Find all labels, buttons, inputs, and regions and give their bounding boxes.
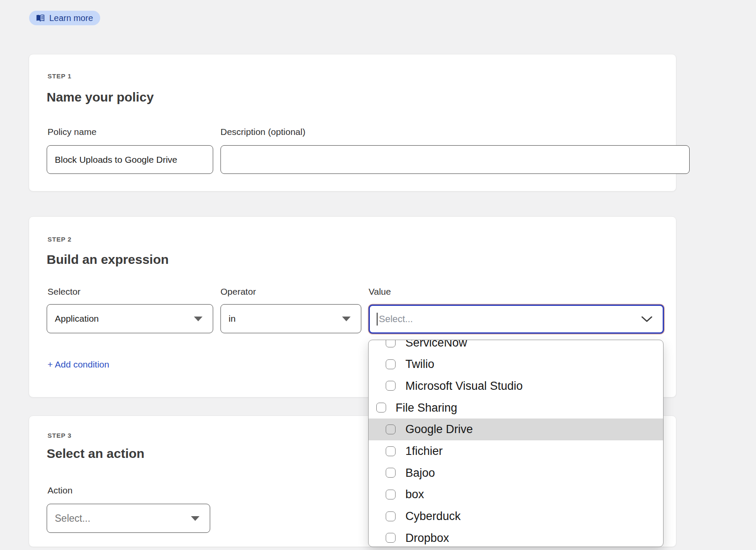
dropdown-option-label: Bajoo xyxy=(405,467,435,479)
policy-name-label: Policy name xyxy=(48,127,96,136)
chevron-down-icon xyxy=(342,317,351,321)
chevron-down-icon xyxy=(194,317,202,321)
checkbox-icon[interactable] xyxy=(386,533,396,543)
step3-title: Select an action xyxy=(47,447,144,460)
action-label: Action xyxy=(48,486,72,495)
value-dropdown-menu: ServiceNowTwilioMicrosoft Visual StudioF… xyxy=(368,340,664,547)
operator-selected-value: in xyxy=(229,314,235,324)
dropdown-option-cyberduck[interactable]: Cyberduck xyxy=(369,505,663,527)
chevron-down-icon xyxy=(191,516,199,521)
selector-selected-value: Application xyxy=(55,314,99,324)
operator-select[interactable]: in xyxy=(220,304,361,333)
dropdown-option-bajoo[interactable]: Bajoo xyxy=(369,462,663,484)
chevron-down-icon xyxy=(641,316,652,324)
learn-more-button[interactable]: Learn more xyxy=(29,11,100,25)
checkbox-icon[interactable] xyxy=(386,359,396,369)
checkbox-icon[interactable] xyxy=(386,468,396,478)
learn-more-label: Learn more xyxy=(49,13,93,23)
dropdown-option-box[interactable]: box xyxy=(369,484,663,505)
dropdown-option-1fichier[interactable]: 1fichier xyxy=(369,440,663,462)
step1-title: Name your policy xyxy=(47,91,154,104)
step1-label: STEP 1 xyxy=(48,73,71,79)
checkbox-icon[interactable] xyxy=(386,490,396,499)
dropdown-option-microsoft-visual-studio[interactable]: Microsoft Visual Studio xyxy=(369,375,663,397)
checkbox-icon[interactable] xyxy=(376,403,386,412)
step3-label: STEP 3 xyxy=(48,432,71,439)
description-input[interactable] xyxy=(220,145,690,174)
value-placeholder: Select... xyxy=(379,314,413,325)
dropdown-option-file-sharing[interactable]: File Sharing xyxy=(369,397,663,419)
dropdown-option-label: box xyxy=(405,489,424,500)
dropdown-option-label: File Sharing xyxy=(396,402,457,414)
dropdown-option-label: Google Drive xyxy=(405,424,473,435)
add-condition-link[interactable]: + Add condition xyxy=(48,360,109,369)
step2-title: Build an expression xyxy=(47,253,169,266)
dropdown-option-servicenow[interactable]: ServiceNow xyxy=(369,340,663,354)
dropdown-option-twilio[interactable]: Twilio xyxy=(369,353,663,375)
checkbox-icon[interactable] xyxy=(386,424,396,434)
dropdown-option-google-drive[interactable]: Google Drive xyxy=(369,418,663,440)
checkbox-icon[interactable] xyxy=(386,511,396,521)
policy-name-input[interactable] xyxy=(47,145,213,174)
dropdown-option-label: Dropbox xyxy=(405,532,449,544)
dropdown-option-label: Cyberduck xyxy=(405,511,461,522)
action-placeholder: Select... xyxy=(55,513,90,524)
dropdown-option-label: Twilio xyxy=(405,359,435,370)
book-icon xyxy=(36,14,45,22)
dropdown-option-label: 1fichier xyxy=(405,445,443,457)
step2-label: STEP 2 xyxy=(48,236,71,242)
action-select[interactable]: Select... xyxy=(47,504,210,533)
text-caret xyxy=(377,313,378,326)
checkbox-icon[interactable] xyxy=(386,340,396,347)
checkbox-icon[interactable] xyxy=(386,381,396,391)
selector-label: Selector xyxy=(48,287,80,296)
description-label: Description (optional) xyxy=(220,127,305,136)
dropdown-option-label: ServiceNow xyxy=(405,340,467,349)
card-name-policy: STEP 1 Name your policy Policy name Desc… xyxy=(29,54,676,191)
dropdown-option-label: Microsoft Visual Studio xyxy=(405,380,523,392)
dropdown-option-dropbox[interactable]: Dropbox xyxy=(369,527,663,547)
value-label: Value xyxy=(369,287,391,296)
value-select[interactable]: Select... xyxy=(369,305,664,334)
operator-label: Operator xyxy=(220,287,256,296)
checkbox-icon[interactable] xyxy=(386,446,396,456)
selector-select[interactable]: Application xyxy=(47,304,213,333)
